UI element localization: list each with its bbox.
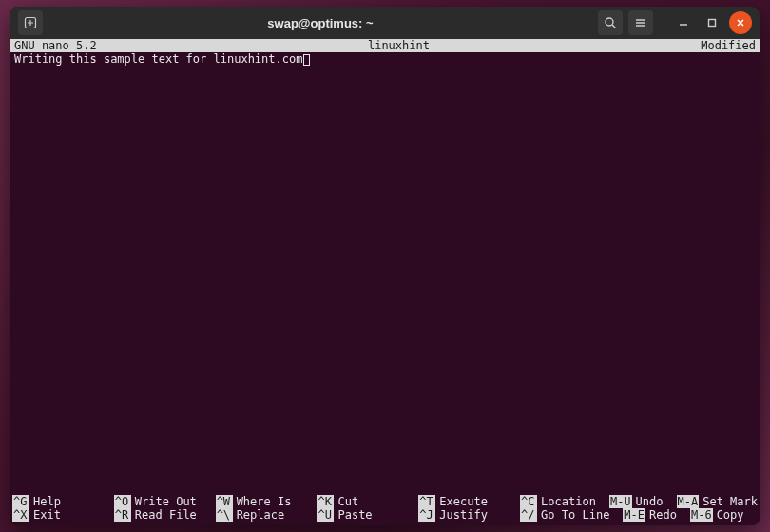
nano-shortcut-bar: ^GHelp ^OWrite Out ^WWhere Is ^KCut ^TEx… (10, 495, 760, 525)
text-cursor (303, 54, 310, 66)
key-ctrl-j: ^J (418, 508, 435, 522)
shortcut-help: ^GHelp (12, 495, 114, 508)
shortcut-exit: ^XExit (12, 508, 114, 522)
window-titlebar: swap@optimus: ~ (10, 7, 760, 39)
search-button[interactable] (598, 10, 623, 35)
nano-app-name: GNU nano 5.2 (14, 39, 97, 52)
key-meta-e: M-E (623, 508, 645, 522)
key-ctrl-backslash: ^\ (216, 508, 233, 522)
shortcut-readfile: ^RRead File (114, 508, 216, 522)
shortcut-location-undo-setmark: ^CLocation M-UUndo M-ASet Mark (520, 495, 758, 508)
nano-filename: linuxhint (97, 39, 702, 52)
shortcut-gotoline-redo-copy: ^/Go To Line M-ERedo M-6Copy (520, 508, 758, 522)
key-ctrl-r: ^R (114, 508, 131, 522)
shortcut-replace: ^\Replace (216, 508, 318, 522)
svg-rect-9 (709, 20, 716, 27)
key-ctrl-x: ^X (12, 508, 29, 522)
key-ctrl-slash: ^/ (520, 508, 537, 522)
svg-line-4 (612, 25, 616, 28)
maximize-icon (707, 18, 717, 28)
minimize-icon (679, 18, 688, 28)
key-ctrl-u: ^U (317, 508, 334, 522)
terminal-body[interactable]: GNU nano 5.2 linuxhint Modified Writing … (10, 39, 760, 525)
shortcut-execute: ^TExecute (418, 495, 520, 508)
new-tab-button[interactable] (18, 10, 43, 35)
new-tab-icon (24, 16, 37, 29)
shortcut-whereis: ^WWhere Is (216, 495, 318, 508)
maximize-button[interactable] (701, 11, 723, 34)
key-meta-u: M-U (609, 495, 632, 508)
key-ctrl-g: ^G (12, 495, 29, 508)
key-ctrl-c: ^C (520, 495, 537, 508)
nano-status: Modified (701, 39, 756, 52)
key-ctrl-o: ^O (114, 495, 131, 508)
shortcut-cut: ^KCut (317, 495, 418, 508)
menu-button[interactable] (628, 10, 653, 35)
window-title: swap@optimus: ~ (48, 16, 592, 30)
key-ctrl-w: ^W (216, 495, 233, 508)
minimize-button[interactable] (672, 11, 695, 34)
shortcut-writeout: ^OWrite Out (114, 495, 216, 508)
key-meta-a: M-A (677, 495, 700, 508)
nano-titlebar: GNU nano 5.2 linuxhint Modified (10, 39, 760, 52)
close-icon (736, 18, 745, 28)
close-button[interactable] (729, 11, 752, 34)
search-icon (604, 16, 617, 29)
key-ctrl-t: ^T (418, 495, 435, 508)
nano-editor-area[interactable]: Writing this sample text for linuxhint.c… (10, 52, 760, 495)
hamburger-icon (634, 16, 647, 29)
key-ctrl-k: ^K (317, 495, 334, 508)
shortcut-justify: ^JJustify (418, 508, 520, 522)
svg-point-3 (606, 18, 613, 26)
shortcut-paste: ^UPaste (317, 508, 418, 522)
key-meta-6: M-6 (690, 508, 713, 522)
editor-line-1: Writing this sample text for linuxhint.c… (14, 52, 302, 66)
terminal-window: swap@optimus: ~ (10, 7, 760, 525)
